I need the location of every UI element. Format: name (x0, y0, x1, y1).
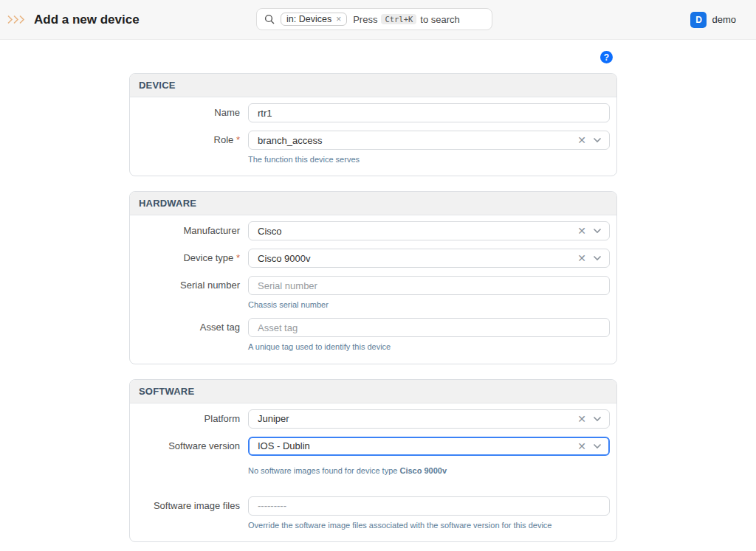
software-card-header: SOFTWARE (130, 380, 616, 403)
role-select[interactable]: branch_access ✕ (248, 131, 610, 150)
software-version-help: No software images found for device type… (248, 466, 610, 476)
clear-icon[interactable]: ✕ (573, 135, 593, 145)
chevron-down-icon[interactable] (593, 137, 602, 143)
user-menu[interactable]: D demo (690, 0, 736, 39)
clear-icon[interactable]: ✕ (573, 441, 593, 451)
software-image-files-input[interactable] (248, 496, 610, 516)
name-input[interactable] (248, 103, 610, 122)
field-role: Role * branch_access ✕ The function this… (139, 131, 610, 164)
device-type-select[interactable]: Cisco 9000v ✕ (248, 249, 610, 268)
role-help: The function this device serves (248, 155, 610, 164)
help-icon[interactable]: ? (600, 51, 613, 63)
field-platform: Platform Juniper ✕ (139, 409, 610, 429)
software-version-select[interactable]: IOS - Dublin ✕ (248, 437, 610, 456)
software-version-help-device-type: Cisco 9000v (399, 466, 447, 475)
field-software-version: Software version IOS - Dublin ✕ No softw… (139, 437, 610, 476)
chevron-down-icon[interactable] (593, 255, 602, 261)
platform-label: Platform (205, 413, 240, 424)
device-type-label: Device type (183, 252, 233, 263)
clear-icon[interactable]: ✕ (573, 253, 593, 263)
name-label: Name (214, 107, 240, 118)
field-device-type: Device type * Cisco 9000v ✕ (139, 249, 610, 268)
search-icon (264, 14, 275, 24)
asset-tag-help: A unique tag used to identify this devic… (248, 342, 610, 352)
chip-close-icon[interactable]: × (336, 15, 341, 24)
field-asset-tag: Asset tag A unique tag used to identify … (139, 318, 610, 352)
software-version-label: Software version (168, 440, 240, 451)
role-label: Role (214, 134, 234, 145)
clear-icon[interactable]: ✕ (573, 226, 593, 236)
field-name: Name (139, 103, 610, 122)
software-image-files-help: Override the software image files associ… (248, 521, 610, 530)
search-hint-suffix: to search (420, 14, 459, 25)
topbar: Add a new device in: Devices × Press Ctr… (0, 0, 756, 40)
search-hint-press: Press (353, 14, 377, 25)
asset-tag-label: Asset tag (200, 322, 240, 333)
avatar[interactable]: D (690, 12, 707, 28)
search-hint: Press Ctrl+K to search (353, 14, 460, 25)
software-image-files-label: Software image files (154, 500, 240, 511)
global-search-input[interactable]: in: Devices × Press Ctrl+K to search (256, 8, 492, 30)
title-group: Add a new device (7, 0, 140, 39)
search-filter-chip-label: in: Devices (286, 14, 331, 24)
hardware-card: HARDWARE Manufacturer Cisco ✕ (129, 191, 617, 364)
serial-number-help: Chassis serial number (248, 300, 610, 310)
page-title: Add a new device (34, 13, 140, 27)
manufacturer-label: Manufacturer (183, 225, 240, 236)
chevron-down-icon[interactable] (593, 416, 602, 422)
serial-number-input[interactable] (248, 276, 610, 295)
platform-select[interactable]: Juniper ✕ (248, 409, 610, 429)
device-card-header: DEVICE (130, 74, 616, 97)
field-manufacturer: Manufacturer Cisco ✕ (139, 221, 610, 240)
required-asterisk: * (236, 252, 240, 263)
search-filter-chip[interactable]: in: Devices × (281, 13, 347, 26)
field-serial-number: Serial number Chassis serial number (139, 276, 610, 310)
required-asterisk: * (236, 134, 240, 145)
chevron-down-icon[interactable] (593, 443, 602, 449)
user-name: demo (712, 14, 736, 25)
manufacturer-select[interactable]: Cisco ✕ (248, 221, 610, 240)
hardware-card-header: HARDWARE (130, 192, 616, 215)
software-card: SOFTWARE Platform Juniper ✕ (129, 379, 617, 542)
clear-icon[interactable]: ✕ (573, 414, 593, 424)
device-card: DEVICE Name Role * bra (129, 73, 617, 176)
breadcrumb-chevrons-icon (7, 15, 27, 24)
kbd-shortcut: Ctrl+K (381, 14, 416, 24)
form-cards: DEVICE Name Role * bra (129, 73, 617, 551)
chevron-down-icon[interactable] (593, 228, 602, 234)
asset-tag-input[interactable] (248, 318, 610, 337)
serial-number-label: Serial number (180, 280, 240, 291)
field-software-image-files: Software image files Override the softwa… (139, 496, 610, 530)
